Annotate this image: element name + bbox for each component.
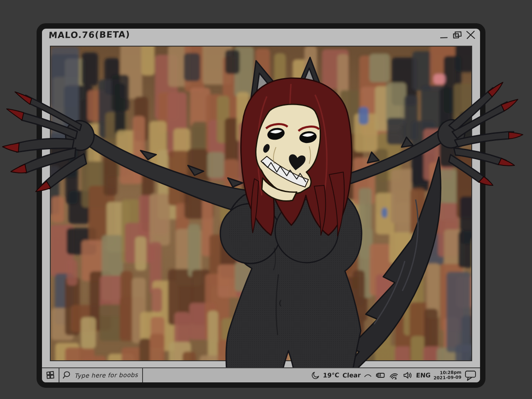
desktop: MALO.76(BETA) [0, 0, 532, 399]
clock[interactable]: 10:28pm 2021-09-09 [433, 370, 462, 381]
search-placeholder: Type here for boobs [74, 372, 138, 379]
wifi-icon[interactable] [389, 371, 399, 380]
window-controls [438, 30, 476, 39]
weather-condition[interactable]: Clear [342, 372, 361, 379]
window-title: MALO.76(BETA) [49, 30, 131, 40]
restore-window-icon[interactable] [452, 30, 463, 39]
search-box[interactable]: Type here for boobs [59, 368, 142, 382]
battery-icon[interactable] [375, 371, 386, 379]
painting-background [51, 47, 471, 360]
notification-bubble-icon[interactable] [464, 369, 477, 381]
minimize-icon[interactable] [438, 30, 449, 39]
crescent-moon-icon[interactable] [312, 371, 320, 380]
app-window: MALO.76(BETA) [37, 23, 485, 388]
clock-date: 2021-09-09 [433, 375, 461, 380]
close-icon[interactable] [465, 30, 476, 39]
windows-start-icon[interactable] [42, 368, 59, 382]
taskbar-divider [142, 368, 143, 382]
taskbar: Type here for boobs 19°C Clear [42, 367, 480, 382]
weather-temperature[interactable]: 19°C [323, 372, 340, 379]
system-tray: 19°C Clear [312, 368, 480, 382]
speaker-icon[interactable] [402, 371, 413, 380]
chevron-up-icon[interactable] [364, 372, 372, 379]
language-indicator[interactable]: ENG [416, 372, 431, 379]
canvas-area [50, 46, 472, 361]
search-icon [62, 370, 72, 380]
titlebar[interactable]: MALO.76(BETA) [42, 29, 480, 41]
